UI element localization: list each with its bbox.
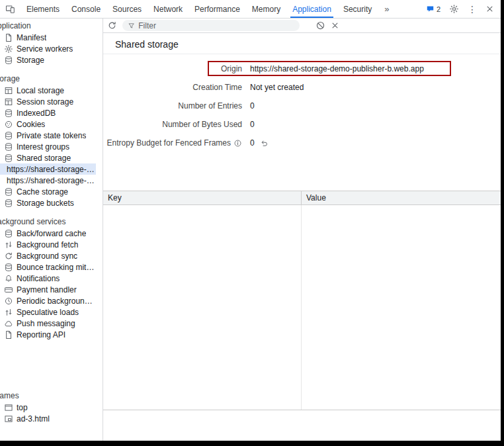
database-icon — [4, 229, 13, 238]
sidebar-item-cache-storage[interactable]: Cache storage — [0, 186, 96, 197]
grid-header-row: KeyValue — [103, 191, 501, 205]
tab-performance[interactable]: Performance — [189, 0, 246, 18]
grid-column-value[interactable]: Value — [302, 191, 501, 204]
sidebar-item-payment-handler[interactable]: Payment handler — [0, 284, 96, 295]
sidebar-item-storage[interactable]: Storage — [0, 54, 96, 66]
sidebar-item-ad-3-html[interactable]: ad-3.html — [0, 413, 96, 424]
close-devtools-button[interactable] — [485, 5, 494, 13]
field-value-text: 0 — [250, 120, 255, 129]
database-icon — [4, 187, 13, 197]
sidebar-item-speculative-loads[interactable]: Speculative loads — [0, 306, 96, 318]
sidebar-section-storage: StorageLocal storageSession storageIndex… — [0, 73, 96, 208]
manifest-icon — [4, 33, 13, 42]
database-icon — [4, 142, 13, 152]
report-fields: Originhttps://shared-storage-demo-publis… — [103, 54, 501, 152]
table-icon — [4, 86, 13, 95]
more-tabs-button[interactable]: » — [378, 4, 396, 14]
tabbar-right-controls: 2 ⋮ — [426, 4, 501, 14]
sidebar-item-notifications[interactable]: Notifications — [0, 273, 96, 284]
filter-input[interactable] — [138, 21, 294, 30]
card-icon — [4, 285, 13, 294]
close-icon — [485, 5, 494, 13]
document-icon — [4, 330, 13, 339]
sidebar-item-background-sync[interactable]: Background sync — [0, 250, 96, 261]
settings-button[interactable] — [449, 4, 459, 14]
sidebar-item-local-storage[interactable]: Local storage — [0, 85, 96, 96]
grid-column-divider — [301, 205, 302, 410]
tab-elements[interactable]: Elements — [21, 0, 65, 18]
tab-memory[interactable]: Memory — [246, 0, 286, 18]
storage-toolbar — [103, 19, 501, 33]
sidebar-item-label: Local storage — [17, 86, 64, 95]
sidebar-item-https-shared-storage-d[interactable]: https://shared-storage-d… — [0, 175, 96, 186]
sidebar-item-background-fetch[interactable]: Background fetch — [0, 239, 96, 250]
sidebar-item-manifest[interactable]: Manifest — [0, 32, 96, 43]
field-label: Number of Entries — [103, 101, 242, 111]
sidebar-item-shared-storage[interactable]: Shared storage — [0, 152, 96, 163]
sidebar-section-title-background-services[interactable]: Background services — [0, 216, 96, 228]
sidebar-item-push-messaging[interactable]: Push messaging — [0, 318, 96, 329]
grid-column-key[interactable]: Key — [103, 191, 302, 204]
sidebar-item-reporting-api[interactable]: Reporting API — [0, 329, 96, 340]
sidebar-item-label: Push messaging — [17, 319, 75, 328]
sidebar-item-storage-buckets[interactable]: Storage buckets — [0, 197, 96, 208]
field-value: 0 — [250, 101, 255, 111]
info-icon[interactable] — [233, 139, 242, 148]
service-workers-icon — [4, 44, 13, 54]
sidebar-item-top[interactable]: top — [0, 402, 96, 413]
sidebar-item-back-forward-cache[interactable]: Back/forward cache — [0, 228, 96, 239]
cloud-icon — [4, 319, 13, 328]
gear-icon — [449, 4, 459, 14]
sidebar-item-periodic-background-sync[interactable]: Periodic background sync — [0, 295, 96, 306]
sidebar-item-label: Speculative loads — [17, 308, 79, 317]
database-icon — [4, 109, 13, 118]
database-icon — [4, 199, 13, 208]
tab-application[interactable]: Application — [286, 0, 337, 18]
field-label: Origin — [103, 64, 242, 73]
sidebar-item-label: https://shared-storage-d… — [7, 165, 96, 174]
sidebar-item-service-workers[interactable]: Service workers — [0, 43, 96, 54]
sidebar-item-session-storage[interactable]: Session storage — [0, 96, 96, 107]
field-label-text: Creation Time — [192, 83, 242, 92]
field-label-text: Number of Entries — [178, 101, 242, 111]
kebab-menu-button[interactable]: ⋮ — [468, 5, 477, 14]
field-value-text: https://shared-storage-demo-publisher-b.… — [250, 64, 424, 73]
device-toolbar-button[interactable] — [5, 4, 15, 14]
refresh-button[interactable] — [107, 21, 117, 30]
reset-budget-icon[interactable] — [260, 139, 269, 148]
filter-box[interactable] — [122, 20, 300, 31]
panel-tabs: ElementsConsoleSourcesNetworkPerformance… — [21, 0, 378, 18]
field-label: Entropy Budget for Fenced Frames — [103, 138, 242, 148]
sidebar-item-indexeddb[interactable]: IndexedDB — [0, 107, 96, 118]
clear-button[interactable] — [331, 21, 339, 30]
report-field-entropy-budget-for-fenced-frames: Entropy Budget for Fenced Frames0 — [103, 134, 501, 152]
sidebar-section-title-frames[interactable]: Frames — [0, 390, 96, 402]
sidebar-section-title-application[interactable]: Application — [0, 21, 96, 32]
sidebar-item-interest-groups[interactable]: Interest groups — [0, 141, 96, 152]
tab-network[interactable]: Network — [147, 0, 189, 18]
updown-arrows-icon — [4, 308, 13, 317]
sidebar-item-private-state-tokens[interactable]: Private state tokens — [0, 130, 96, 141]
sidebar-item-cookies[interactable]: Cookies — [0, 118, 96, 130]
close-icon — [331, 21, 339, 30]
sidebar-item-bounce-tracking-mitigations[interactable]: Bounce tracking mitigations — [0, 261, 96, 273]
application-sidebar: ApplicationManifestService workersStorag… — [0, 19, 103, 441]
console-message-count: 2 — [437, 5, 441, 13]
devtools-window: ElementsConsoleSourcesNetworkPerformance… — [0, 0, 501, 441]
sidebar-section-title-storage[interactable]: Storage — [0, 73, 96, 85]
console-messages-button[interactable]: 2 — [426, 5, 441, 13]
field-label: Number of Bytes Used — [103, 120, 242, 129]
tab-security[interactable]: Security — [337, 0, 378, 18]
table-icon — [4, 97, 13, 107]
field-value-text: 0 — [250, 138, 255, 148]
sidebar-item-https-shared-storage-d[interactable]: https://shared-storage-d… — [0, 163, 96, 175]
grid-body — [103, 205, 501, 410]
sidebar-section-background-services: Background servicesBack/forward cacheBac… — [0, 216, 96, 340]
sidebar-item-label: Service workers — [17, 44, 73, 54]
sidebar-item-label: Storage buckets — [17, 199, 74, 208]
delete-all-button[interactable] — [315, 21, 325, 30]
tab-sources[interactable]: Sources — [106, 0, 147, 18]
sidebar-item-label: Background sync — [17, 251, 77, 261]
console-messages-icon — [426, 5, 435, 13]
tab-console[interactable]: Console — [65, 0, 106, 18]
